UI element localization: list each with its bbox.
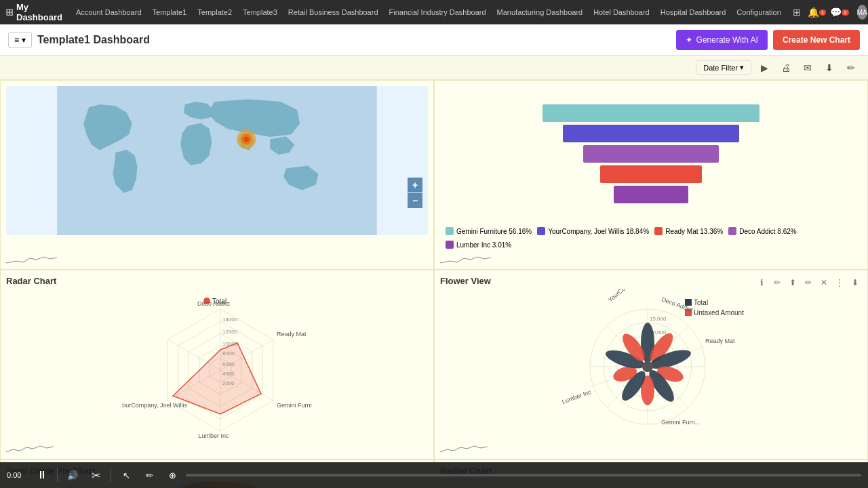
filter-button[interactable]: ≡ ▾ [8, 32, 32, 48]
email-button[interactable]: ✉ [799, 59, 816, 77]
avatar: MA [857, 5, 867, 20]
flower-chart-icons: ℹ ✏ ⬆ ✏ ✕ ⋮ ⬇ [755, 276, 862, 289]
notifications-button[interactable]: 🔔1 [808, 3, 826, 22]
legend-label-readymat: Ready Mat 13.36% [665, 228, 723, 235]
video-shape-button[interactable]: ⊕ [163, 466, 182, 485]
video-time: 0:00 [7, 471, 28, 479]
svg-text:YourCompany...: YourCompany... [607, 289, 644, 304]
logo-area: ⊞ My Dashboard [5, 2, 62, 22]
play-button[interactable]: ▶ [755, 59, 773, 77]
legend-color-lumber [446, 241, 454, 249]
generate-ai-button[interactable]: ✦ Generate With AI [676, 30, 768, 50]
flower-pencil-button[interactable]: ✏ [802, 276, 815, 289]
svg-text:Ready Mat: Ready Mat [277, 331, 307, 338]
svg-text:Total: Total [694, 299, 708, 306]
flower-share-button[interactable]: ⬆ [786, 276, 800, 289]
radar-sparkline [6, 443, 60, 456]
video-controls: 0:00 ⏸ 🔊 ✂ ↖ ✏ ⊕ [0, 462, 868, 488]
svg-text:Ready Mat: Ready Mat [705, 338, 735, 344]
download-button[interactable]: ⬇ [821, 59, 838, 77]
video-draw-button[interactable]: ✏ [140, 466, 159, 485]
nav-retail[interactable]: Retail Business Dashboard [283, 0, 384, 24]
svg-text:12000: 12000 [222, 329, 238, 335]
funnel-bar-3 [583, 145, 719, 163]
flower-close-button[interactable]: ✕ [817, 276, 831, 289]
svg-text:Gemini Furn...: Gemini Furn... [661, 419, 700, 426]
flower-download-button[interactable]: ⬇ [848, 276, 862, 289]
legend-gemini: Gemini Furniture 56.16% [446, 227, 532, 235]
app-title: My Dashboard [16, 2, 62, 22]
page-title: Template1 Dashboard [37, 34, 671, 46]
funnel-bar-1 [542, 104, 760, 122]
radar-svg: Total D [122, 289, 312, 438]
nav-account-dashboard[interactable]: Account Dashboard [71, 0, 147, 24]
svg-text:Untaxed Amount: Untaxed Amount [694, 309, 744, 317]
svg-text:Gemini Furniture: Gemini Furniture [277, 402, 312, 409]
video-cut-button[interactable]: ✂ [86, 466, 105, 485]
map-svg [6, 86, 428, 235]
legend-color-yourcompany [537, 227, 545, 235]
legend-color-gemini [446, 227, 454, 235]
flower-more-button[interactable]: ⋮ [833, 276, 846, 289]
map-panel: + − [0, 80, 434, 270]
nav-template1[interactable]: Template1 [147, 0, 193, 24]
ai-icon: ✦ [686, 35, 692, 45]
map-sparkline [6, 253, 60, 266]
funnel-legend: Gemini Furniture 56.16% YourCompany, Joe… [440, 227, 862, 249]
flower-chart: Total Untaxed Amount YourCompany... Deco… [440, 289, 862, 438]
svg-text:Lumber Inc: Lumber Inc [198, 432, 229, 438]
radar-panel: Radar Chart Total [0, 270, 434, 460]
legend-yourcompany: YourCompany, Joel Willis 18.84% [537, 227, 649, 235]
legend-label-gemini: Gemini Furniture 56.16% [456, 228, 532, 235]
legend-label-yourcompany: YourCompany, Joel Willis 18.84% [548, 228, 649, 235]
video-mute-button[interactable]: 🔊 [63, 466, 82, 485]
flower-sparkline [440, 443, 494, 456]
svg-text:6000: 6000 [222, 361, 235, 367]
svg-text:8000: 8000 [222, 350, 235, 357]
nav-template3[interactable]: Template3 [237, 0, 283, 24]
filter-icon: ≡ [14, 35, 19, 45]
flower-info-button[interactable]: ℹ [755, 276, 768, 289]
print-button[interactable]: 🖨 [777, 59, 795, 77]
svg-point-3 [243, 137, 249, 142]
create-chart-button[interactable]: Create New Chart [773, 30, 860, 50]
nav-configuration[interactable]: Configuration [731, 0, 786, 24]
radar-title: Radar Chart [6, 276, 428, 286]
funnel-bar-4 [600, 165, 702, 183]
topbar: ⊞ My Dashboard Account Dashboard Templat… [0, 0, 868, 24]
video-cursor-button[interactable]: ↖ [117, 466, 136, 485]
flower-edit-button[interactable]: ✏ [770, 276, 784, 289]
svg-text:Lumber Inc: Lumber Inc [561, 388, 592, 405]
nav-template2[interactable]: Template2 [192, 0, 237, 24]
user-menu[interactable]: MA Mitchell Admin (test_new_theme_1) [853, 4, 868, 20]
svg-text:10000: 10000 [222, 341, 238, 347]
svg-text:Deco Addict: Deco Addict [197, 300, 231, 307]
secondbar: ≡ ▾ Template1 Dashboard ✦ Generate With … [0, 24, 868, 56]
svg-text:YourCompany, Joel Willis: YourCompany, Joel Willis [122, 402, 188, 409]
zoom-out-button[interactable]: − [408, 193, 422, 208]
funnel-bar-2 [563, 125, 739, 142]
apps-icon-button[interactable]: ⊞ [791, 3, 804, 22]
nav-right: ⊞ 🔔1 💬2 MA Mitchell Admin (test_new_them… [791, 3, 868, 22]
toolbarbar: Date Filter ▾ ▶ 🖨 ✉ ⬇ ✏ [0, 56, 868, 80]
video-play-pause-button[interactable]: ⏸ [33, 466, 52, 485]
edit-button[interactable]: ✏ [842, 59, 860, 77]
legend-readymat: Ready Mat 13.36% [654, 227, 723, 235]
radar-chart: Total D [6, 289, 428, 438]
nav-hospital[interactable]: Hospital Dashboard [655, 0, 732, 24]
messages-button[interactable]: 💬2 [830, 3, 848, 22]
nav-manufacturing[interactable]: Manufacturing Dashboard [492, 0, 589, 24]
vc-separator-2 [111, 468, 111, 482]
svg-text:4000: 4000 [222, 371, 235, 377]
legend-deco: Deco Addict 8.62% [728, 227, 797, 235]
funnel-panel: Gemini Furniture 56.16% YourCompany, Joe… [434, 80, 868, 270]
zoom-in-button[interactable]: + [408, 178, 422, 192]
svg-text:14000: 14000 [222, 317, 238, 323]
video-progress-bar[interactable] [186, 474, 861, 476]
date-filter-button[interactable]: Date Filter ▾ [696, 60, 751, 75]
nav-hotel[interactable]: Hotel Dashboard [588, 0, 655, 24]
nav-financial[interactable]: Financial Industry Dashboard [384, 0, 492, 24]
nav-items: Account Dashboard Template1 Template2 Te… [71, 0, 787, 24]
flower-svg: Total Untaxed Amount YourCompany... Deco… [549, 289, 753, 438]
svg-point-61 [642, 361, 653, 372]
